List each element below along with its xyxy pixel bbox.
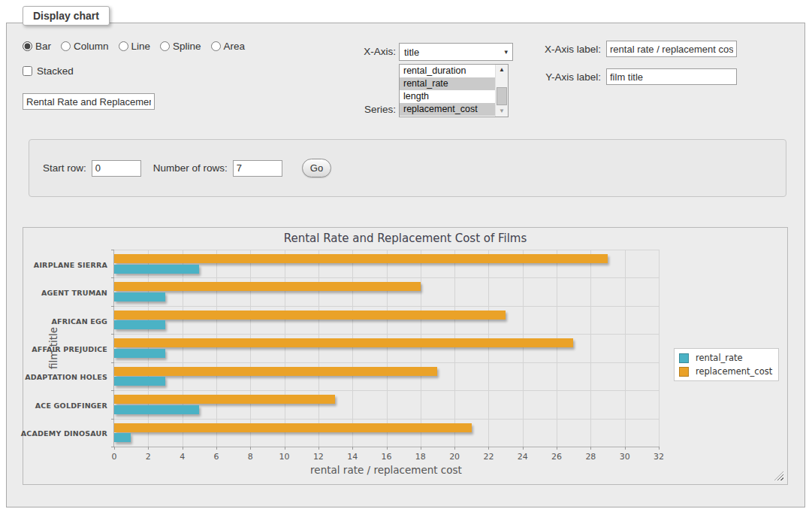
line-radio-label: Line xyxy=(131,41,151,52)
y-tick-mark xyxy=(111,447,114,447)
x-tick-label: 30 xyxy=(620,452,630,462)
x-gridline xyxy=(352,250,353,447)
rental_rate-bar xyxy=(114,320,165,329)
legend-item: replacement_cost xyxy=(679,366,772,377)
x-tick-mark xyxy=(114,447,115,450)
x-gridline xyxy=(590,250,591,447)
num-rows-input[interactable] xyxy=(233,160,282,177)
x-gridline xyxy=(250,250,251,447)
x-gridline xyxy=(488,250,489,447)
stacked-checkbox[interactable] xyxy=(23,66,32,76)
x-tick-mark xyxy=(454,447,455,450)
rental_rate-bar xyxy=(114,349,165,358)
x-gridline xyxy=(216,250,217,447)
radio-line[interactable]: Line xyxy=(119,41,151,52)
chevron-down-icon: ▾ xyxy=(504,48,508,56)
x-axis-selected-value: title xyxy=(404,47,504,58)
area-radio-label: Area xyxy=(224,41,246,52)
chart-type-radio-group: Bar Column Line Spline Area xyxy=(23,41,245,52)
y-tick-mark xyxy=(111,250,114,250)
scrollbar-thumb[interactable] xyxy=(497,87,507,105)
category-label: AIRPLANE SIERRA xyxy=(34,261,107,270)
x-tick-label: 16 xyxy=(382,452,392,462)
line-radio[interactable] xyxy=(119,41,128,51)
x-tick-mark xyxy=(387,447,388,450)
go-button[interactable]: Go xyxy=(302,159,331,177)
rental_rate-bar xyxy=(114,405,199,414)
y-tick-mark xyxy=(111,390,114,391)
stacked-label: Stacked xyxy=(37,65,74,77)
y-gridline xyxy=(114,334,659,335)
resize-handle-icon[interactable] xyxy=(774,471,783,480)
x-tick-label: 14 xyxy=(347,452,358,462)
category-label: ACE GOLDFINGER xyxy=(35,401,107,411)
y-gridline xyxy=(114,390,659,391)
y-tick-mark xyxy=(111,362,114,363)
y-gridline xyxy=(114,362,659,363)
replacement_cost-swatch-icon xyxy=(679,367,689,377)
y-tick-mark xyxy=(111,419,114,420)
x-gridline xyxy=(557,250,557,447)
bar-radio[interactable] xyxy=(23,41,32,51)
chart-title-input[interactable] xyxy=(23,93,155,110)
spline-radio-label: Spline xyxy=(173,41,201,52)
radio-bar[interactable]: Bar xyxy=(23,41,51,52)
chart-container: Rental Rate and Replacement Cost of Film… xyxy=(23,227,788,485)
category-label: AFFAIR PREJUDICE xyxy=(32,345,107,354)
x-gridline xyxy=(421,250,421,447)
series-option[interactable]: rental_duration xyxy=(400,65,495,77)
fieldset-legend: Display chart xyxy=(23,6,110,26)
scroll-down-icon[interactable]: ▼ xyxy=(496,106,508,117)
category-label: AFRICAN EGG xyxy=(51,317,107,326)
rental_rate-bar xyxy=(114,377,165,386)
rental_rate-bar xyxy=(114,265,199,274)
legend-label: replacement_cost xyxy=(696,366,772,377)
x-tick-label: 20 xyxy=(449,452,460,462)
x-tick-mark xyxy=(590,447,591,450)
series-option[interactable]: rental_rate xyxy=(400,77,495,90)
y-gridline xyxy=(114,250,659,250)
x-tick-mark xyxy=(285,447,285,450)
y-tick-mark xyxy=(111,306,114,307)
y-axis-label-input[interactable] xyxy=(606,68,737,85)
y-tick-mark xyxy=(111,334,114,335)
x-tick-label: 22 xyxy=(483,452,494,462)
replacement_cost-bar xyxy=(114,338,573,347)
x-axis-select[interactable]: title ▾ xyxy=(399,43,513,61)
series-scrollbar[interactable]: ▲ ▼ xyxy=(495,65,508,117)
x-tick-mark xyxy=(183,447,183,450)
scroll-up-icon[interactable]: ▲ xyxy=(496,65,508,75)
series-multiselect[interactable]: rental_durationrental_ratelengthreplacem… xyxy=(399,64,509,117)
y-gridline xyxy=(114,306,659,307)
category-label: ADAPTATION HOLES xyxy=(25,373,107,382)
x-axis-label-input[interactable] xyxy=(606,41,737,57)
area-radio[interactable] xyxy=(211,41,221,51)
column-radio[interactable] xyxy=(61,41,71,51)
legend-label: rental_rate xyxy=(696,353,743,363)
x-tick-label: 8 xyxy=(248,452,253,462)
rental_rate-swatch-icon xyxy=(679,353,689,363)
start-row-input[interactable] xyxy=(92,160,141,177)
y-axis-title: film title xyxy=(47,327,59,369)
x-tick-mark xyxy=(421,447,421,450)
category-label: ACADEMY DINOSAUR xyxy=(21,429,107,438)
radio-column[interactable]: Column xyxy=(61,41,109,52)
radio-area[interactable]: Area xyxy=(211,41,246,52)
column-radio-label: Column xyxy=(74,41,109,52)
series-option[interactable]: replacement_cost xyxy=(400,103,495,116)
stacked-row[interactable]: Stacked xyxy=(23,65,74,77)
spline-radio[interactable] xyxy=(160,41,170,51)
x-tick-mark xyxy=(625,447,626,450)
x-tick-label: 2 xyxy=(146,452,151,462)
x-tick-label: 12 xyxy=(313,452,324,462)
x-gridline xyxy=(285,250,285,447)
x-tick-mark xyxy=(659,447,660,450)
x-tick-label: 32 xyxy=(654,452,664,462)
plot-area: 02468101214161820222426283032AIRPLANE SI… xyxy=(113,250,659,447)
category-label: AGENT TRUMAN xyxy=(41,289,107,298)
x-tick-mark xyxy=(557,447,557,450)
series-option[interactable]: length xyxy=(400,90,495,103)
radio-spline[interactable]: Spline xyxy=(160,41,201,52)
replacement_cost-bar xyxy=(114,395,335,404)
x-axis-title: rental rate / replacement cost xyxy=(310,464,462,476)
